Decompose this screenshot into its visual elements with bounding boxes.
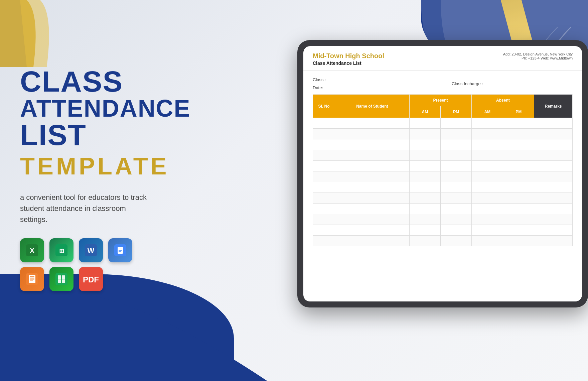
form-left: Class : Date: [313, 77, 422, 90]
doc-title: Class Attendance List [313, 60, 384, 66]
attendance-table: Sl. No Name of Student Present Absent Re… [313, 94, 573, 246]
th-slno: Sl. No [313, 95, 335, 118]
app-icons-row-2: PDF [20, 267, 160, 291]
school-phone: Ph: +123-4 Web: www.Midtown [503, 56, 573, 60]
pages-icon[interactable] [20, 267, 44, 291]
table-row [313, 161, 573, 171]
svg-rect-15 [30, 276, 34, 277]
incharge-underline[interactable] [486, 81, 573, 86]
th-present: Present [409, 95, 472, 106]
table-body [313, 118, 573, 246]
attendance-table-wrap: Sl. No Name of Student Present Absent Re… [303, 94, 582, 301]
svg-rect-22 [58, 279, 61, 283]
date-field: Date: [313, 85, 422, 90]
svg-rect-19 [55, 273, 67, 285]
table-row [313, 214, 573, 225]
svg-text:W: W [88, 246, 95, 255]
svg-text:⊞: ⊞ [59, 248, 64, 254]
app-icons-container: X ⊞ W PDF [20, 238, 160, 291]
google-docs-icon[interactable] [108, 238, 132, 262]
description-text: a convenient tool for educators to track… [20, 192, 147, 225]
th-absent-pm: PM [503, 106, 534, 118]
table-row [313, 139, 573, 150]
svg-rect-21 [62, 275, 65, 279]
word-icon[interactable]: W [79, 238, 103, 262]
date-underline[interactable] [326, 85, 419, 90]
table-row [313, 236, 573, 246]
app-icons-row-1: X ⊞ W [20, 238, 160, 262]
title-class: CLASS [20, 67, 160, 96]
title-list: LIST [20, 120, 160, 150]
title-attendance: ATTENDANCE [20, 96, 160, 120]
tablet-wrapper: Mid-Town High School Class Attendance Li… [297, 40, 588, 321]
svg-text:PDF: PDF [83, 275, 99, 284]
date-label: Date: [313, 85, 323, 90]
form-fields: Class : Date: Class Incharge : [303, 71, 582, 94]
table-row [313, 193, 573, 204]
svg-rect-23 [62, 279, 65, 283]
gold-accent-topleft [0, 0, 74, 67]
left-panel: CLASS ATTENDANCE LIST TEMPLATE a conveni… [20, 67, 160, 291]
google-sheets-icon[interactable]: ⊞ [49, 238, 74, 262]
table-row [313, 129, 573, 139]
pdf-icon[interactable]: PDF [79, 267, 103, 291]
th-name: Name of Student [335, 95, 410, 118]
th-absent-am: AM [472, 106, 503, 118]
tablet-screen: Mid-Town High School Class Attendance Li… [303, 46, 582, 301]
school-address: Add: 23-02, Design Avenue, New York City [503, 52, 573, 56]
title-template: TEMPLATE [20, 152, 160, 180]
tablet-body: Mid-Town High School Class Attendance Li… [297, 40, 588, 307]
table-row [313, 204, 573, 214]
numbers-icon[interactable] [49, 267, 74, 291]
school-header: Mid-Town High School Class Attendance Li… [303, 46, 582, 71]
th-remarks: Remarks [534, 95, 573, 118]
form-right: Class Incharge : [452, 77, 573, 90]
th-absent: Absent [472, 95, 534, 106]
class-underline[interactable] [329, 77, 422, 82]
table-row [313, 171, 573, 182]
excel-icon[interactable]: X [20, 238, 44, 262]
th-present-am: AM [409, 106, 440, 118]
svg-text:X: X [30, 246, 35, 255]
table-row [313, 118, 573, 129]
school-name: Mid-Town High School [313, 52, 384, 60]
th-present-pm: PM [441, 106, 472, 118]
svg-rect-14 [29, 275, 35, 283]
incharge-label: Class Incharge : [452, 81, 483, 86]
table-row [313, 150, 573, 161]
class-label: Class : [313, 77, 326, 82]
table-row [313, 225, 573, 236]
table-row [313, 182, 573, 193]
svg-rect-20 [58, 275, 61, 279]
class-field: Class : [313, 77, 422, 82]
